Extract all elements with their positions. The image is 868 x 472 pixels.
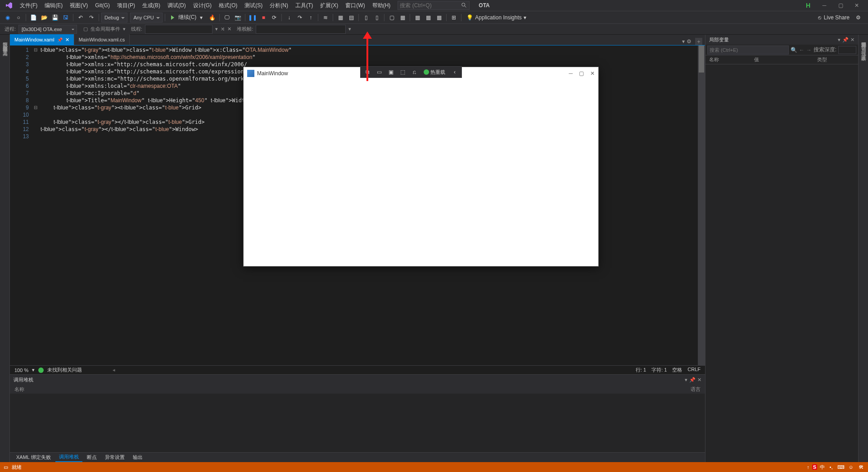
save-button[interactable]: 💾: [50, 13, 60, 23]
panel-dropdown-icon[interactable]: ▾: [838, 37, 841, 43]
collapse-icon[interactable]: ‹: [450, 68, 460, 77]
tab-output[interactable]: 输出: [129, 453, 146, 462]
tool-btn-4[interactable]: ▯: [361, 13, 371, 23]
menu-debug[interactable]: 调试(D): [164, 1, 190, 10]
undo-button[interactable]: ↶: [76, 13, 86, 23]
ins-indicator[interactable]: 空格: [672, 367, 682, 373]
running-app-window[interactable]: MainWindow ─ ▢ ✕: [243, 67, 599, 267]
tool-btn-8[interactable]: ▦: [412, 13, 422, 23]
panel-pin-icon[interactable]: 📌: [842, 37, 849, 43]
visual-tree-icon[interactable]: ⧉: [362, 68, 372, 77]
tool-btn-10[interactable]: ▦: [434, 13, 444, 23]
continue-button[interactable]: 继续(C)▾: [167, 13, 207, 23]
scroll-thumb[interactable]: [699, 45, 704, 73]
menu-format[interactable]: 格式(O): [215, 1, 241, 10]
step-out-button[interactable]: ↑: [306, 13, 316, 23]
redo-button[interactable]: ↷: [86, 13, 96, 23]
restart-button[interactable]: ⟳: [269, 13, 279, 23]
clear-icon[interactable]: ✕: [227, 26, 231, 32]
menu-extensions[interactable]: 扩展(X): [316, 1, 342, 10]
tool-btn-1[interactable]: ≋: [321, 13, 330, 23]
tab-exceptions[interactable]: 异常设置: [101, 453, 128, 462]
lifecycle-label[interactable]: 生命周期事件: [90, 26, 120, 32]
stop-button[interactable]: ■: [258, 13, 268, 23]
ime-tool-icon[interactable]: 🛠: [857, 463, 864, 471]
process-combo[interactable]: [0x30D4] OTA.exe: [18, 25, 77, 34]
nav-back-icon[interactable]: ←: [799, 47, 805, 53]
nav-fwd-button[interactable]: ○: [14, 13, 23, 23]
vertical-scrollbar[interactable]: [698, 45, 705, 365]
pin-icon[interactable]: 📌: [57, 37, 63, 42]
xaml-binding-icon[interactable]: ⎌: [409, 68, 419, 77]
panel-close-icon[interactable]: ✕: [850, 37, 854, 43]
thread-input[interactable]: [145, 25, 212, 34]
hot-reload-icon[interactable]: 🔥: [207, 13, 217, 23]
screenshot-button[interactable]: 🖵: [222, 13, 232, 23]
panel-pin-icon[interactable]: 📌: [689, 377, 696, 383]
col-name[interactable]: 名称: [14, 386, 691, 393]
tab-mainwindow-xaml[interactable]: MainWindow.xaml 📌 ✕: [10, 34, 74, 45]
nav-back-button[interactable]: ◉: [3, 13, 13, 23]
tab-breakpoints[interactable]: 断点: [83, 453, 100, 462]
issues-label[interactable]: 未找到相关问题: [47, 367, 82, 373]
menu-build[interactable]: 生成(B): [139, 1, 164, 10]
menu-view[interactable]: 视图(V): [66, 1, 91, 10]
col-type[interactable]: 类型: [817, 56, 827, 63]
step-into-button[interactable]: ↓: [284, 13, 294, 23]
record-button[interactable]: 📷: [233, 13, 243, 23]
new-project-button[interactable]: 📄: [28, 13, 38, 23]
menu-help[interactable]: 帮助(H): [369, 1, 394, 10]
quick-search-input[interactable]: [400, 2, 458, 9]
fold-gutter[interactable]: ⊟⊟: [32, 45, 39, 365]
ime-punct-icon[interactable]: •,: [827, 463, 835, 471]
tool-btn-3[interactable]: ▤: [346, 13, 356, 23]
callstack-body[interactable]: [10, 394, 705, 452]
ime-lang[interactable]: 中: [820, 464, 825, 471]
upload-icon[interactable]: ↑: [807, 464, 809, 470]
tool-btn-2[interactable]: ▦: [335, 13, 345, 23]
account-badge[interactable]: H: [801, 2, 815, 9]
gear-icon[interactable]: ⚙: [687, 38, 692, 45]
minimize-button[interactable]: ─: [818, 1, 831, 10]
open-button[interactable]: 📂: [39, 13, 49, 23]
locals-body[interactable]: [705, 64, 858, 462]
tool-btn-7[interactable]: ▦: [398, 13, 407, 23]
app-insights-button[interactable]: 💡Application Insights▾: [464, 14, 529, 21]
step-over-button[interactable]: ↷: [295, 13, 305, 23]
menu-analyze[interactable]: 分析(N): [266, 1, 292, 10]
app-minimize-button[interactable]: ─: [569, 70, 573, 77]
stackframe-input[interactable]: [256, 25, 346, 34]
config-combo[interactable]: Debug: [101, 13, 127, 23]
menu-design[interactable]: 设计(G): [190, 1, 215, 10]
tool-btn-11[interactable]: ⊞: [449, 13, 459, 23]
tool-btn-9[interactable]: ▦: [423, 13, 433, 23]
col-name[interactable]: 名称: [709, 56, 754, 63]
menu-git[interactable]: Git(G): [91, 1, 113, 9]
ime-keyboard-icon[interactable]: ⌨: [837, 463, 845, 471]
select-element-icon[interactable]: ▭: [374, 68, 384, 77]
nav-fwd-icon[interactable]: →: [806, 47, 812, 53]
app-maximize-button[interactable]: ▢: [579, 70, 584, 77]
menu-tools[interactable]: 工具(T): [292, 1, 316, 10]
tool-btn-5[interactable]: ▯: [372, 13, 382, 23]
zoom-level[interactable]: 100 %: [14, 368, 28, 373]
hot-reload-button[interactable]: 热重载: [421, 69, 448, 76]
maximize-button[interactable]: ▢: [834, 1, 847, 10]
panel-close-icon[interactable]: ✕: [697, 377, 701, 383]
menu-project[interactable]: 项目(P): [113, 1, 139, 10]
floating-debug-toolbar[interactable]: ⧉ ▭ ▣ ⬚ ⎌ 热重载 ‹: [360, 66, 462, 78]
filter-icon[interactable]: ⤨: [221, 26, 225, 32]
menu-window[interactable]: 窗口(W): [342, 1, 368, 10]
tab-callstack[interactable]: 调用堆栈: [55, 453, 82, 462]
col-lang[interactable]: 语言: [691, 386, 701, 393]
search-icon[interactable]: 🔍: [791, 47, 797, 53]
sogou-ime-icon[interactable]: S: [812, 464, 817, 470]
display-layout-icon[interactable]: ▣: [386, 68, 396, 77]
add-tab-button[interactable]: ＋: [695, 38, 702, 45]
depth-combo[interactable]: [838, 46, 856, 54]
tool-btn-6[interactable]: ▢: [387, 13, 397, 23]
tab-dropdown-icon[interactable]: ▾: [682, 38, 685, 45]
menu-edit[interactable]: 编辑(E): [41, 1, 66, 10]
col-value[interactable]: 值: [754, 56, 817, 63]
encoding-indicator[interactable]: CRLF: [687, 367, 701, 373]
